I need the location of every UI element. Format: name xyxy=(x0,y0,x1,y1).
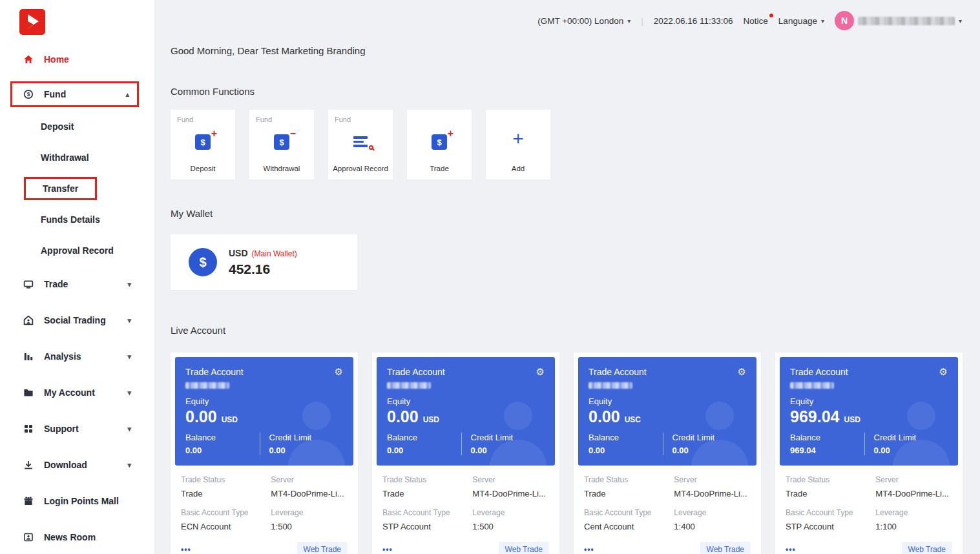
shortcut-label: Deposit xyxy=(191,165,216,172)
sidebar-item-transfer[interactable]: Transfer xyxy=(0,177,154,200)
sidebar-item-support[interactable]: Support ▾ xyxy=(0,415,139,443)
sidebar-item-approval-record[interactable]: Approval Record xyxy=(0,239,154,262)
sidebar-item-funds-details[interactable]: Funds Details xyxy=(0,208,154,231)
dollar-glyph: $ xyxy=(279,138,284,147)
trade-status-value: Trade xyxy=(786,489,875,498)
more-actions-button[interactable]: ••• xyxy=(382,545,393,554)
sidebar-item-label: My Account xyxy=(44,387,95,398)
shortcut-label: Approval Record xyxy=(333,165,388,172)
chevron-down-icon: ▾ xyxy=(627,17,631,25)
shortcut-card-deposit[interactable]: Fund $ + Deposit xyxy=(171,110,235,180)
user-menu[interactable]: N ▾ xyxy=(835,11,962,30)
account-type-label: Basic Account Type xyxy=(382,508,472,517)
account-type-label: Basic Account Type xyxy=(584,508,674,517)
avatar-initial: N xyxy=(841,15,848,26)
equity-currency: USD xyxy=(844,415,860,424)
balance-value: 0.00 xyxy=(185,446,260,455)
chevron-down-icon: ▾ xyxy=(127,461,131,469)
dollar-circle-icon: $ xyxy=(189,248,217,276)
gear-icon[interactable]: ⚙ xyxy=(335,366,343,378)
more-actions-button[interactable]: ••• xyxy=(181,545,191,554)
account-type-value: STP Account xyxy=(382,522,472,531)
sidebar-item-analysis[interactable]: Analysis ▾ xyxy=(0,342,139,371)
leverage-label: Leverage xyxy=(674,508,751,517)
sidebar-item-download[interactable]: Download ▾ xyxy=(0,451,139,479)
sidebar-item-deposit[interactable]: Deposit xyxy=(0,115,154,138)
server-label: Server xyxy=(271,475,348,484)
live-account-card-3: Trade Account ⚙ Equity 0.00 USC Balance … xyxy=(574,353,761,554)
dollar-glyph: $ xyxy=(437,138,441,147)
greeting-text: Good Morning, Dear Test Marketing Brandi… xyxy=(171,45,980,56)
account-card-title: Trade Account xyxy=(185,367,244,377)
more-actions-button[interactable]: ••• xyxy=(786,545,796,554)
sidebar-item-social-trading[interactable]: Social Trading ▾ xyxy=(0,306,139,334)
sidebar-item-news-room[interactable]: News Room xyxy=(0,523,139,551)
account-card-header: Trade Account ⚙ Equity 969.04 USD Balanc… xyxy=(780,357,958,466)
common-functions-row: Fund $ + Deposit Fund $ − Withdrawal Fun… xyxy=(171,110,980,180)
gear-icon[interactable]: ⚙ xyxy=(738,366,746,378)
plus-badge-icon: + xyxy=(448,128,454,139)
trade-status-value: Trade xyxy=(382,489,472,498)
shortcut-label: Trade xyxy=(430,165,449,172)
notice-button[interactable]: Notice xyxy=(744,16,768,26)
chevron-up-icon: ▴ xyxy=(125,90,129,99)
equity-value: 969.04 xyxy=(790,407,839,426)
web-trade-button[interactable]: Web Trade xyxy=(297,542,348,554)
support-icon xyxy=(23,424,34,435)
sidebar-item-fund[interactable]: $ Fund ▴ xyxy=(10,81,139,107)
equity-value: 0.00 xyxy=(387,407,419,426)
wallet-card[interactable]: $ USD (Main Wallet) 452.16 xyxy=(171,234,357,290)
transfer-highlight-frame: Transfer xyxy=(24,177,97,200)
account-number-redacted xyxy=(387,382,431,389)
chevron-down-icon: ▾ xyxy=(127,425,131,433)
balance-value: 0.00 xyxy=(387,446,461,455)
approval-record-icon xyxy=(353,134,368,147)
brand-logo-icon xyxy=(19,9,45,35)
sidebar-item-home[interactable]: Home xyxy=(0,45,139,74)
main-content: (GMT +00:00) London ▾ | 2022.06.16 11:33… xyxy=(155,0,980,554)
sidebar-item-label: Social Trading xyxy=(44,315,106,325)
credit-limit-label: Credit Limit xyxy=(874,433,948,442)
chevron-down-icon: ▾ xyxy=(127,389,131,397)
account-number-redacted xyxy=(185,382,229,389)
server-value: MT4-DooPrime-Li... xyxy=(271,489,348,498)
gear-icon[interactable]: ⚙ xyxy=(536,366,545,378)
gear-icon[interactable]: ⚙ xyxy=(939,366,948,378)
brand-logo[interactable] xyxy=(0,0,154,37)
sidebar-nav: Home $ Fund ▴ Deposit Withdrawal Transfe… xyxy=(0,45,154,551)
chevron-down-icon: ▾ xyxy=(959,17,962,25)
credit-limit-value: 0.00 xyxy=(672,446,747,455)
chevron-down-icon: ▾ xyxy=(127,316,131,325)
sidebar-item-my-account[interactable]: My Account ▾ xyxy=(0,378,139,407)
language-selector[interactable]: Language ▾ xyxy=(778,16,824,26)
wallet-info: USD (Main Wallet) 452.16 xyxy=(229,248,297,277)
shortcut-card-trade[interactable]: $ + Trade xyxy=(407,110,472,180)
sidebar-item-label: Home xyxy=(44,54,69,65)
sidebar: Home $ Fund ▴ Deposit Withdrawal Transfe… xyxy=(0,0,155,554)
trade-status-label: Trade Status xyxy=(786,475,875,484)
web-trade-button[interactable]: Web Trade xyxy=(499,542,549,554)
sidebar-item-label: Fund xyxy=(44,89,66,99)
shortcut-card-withdrawal[interactable]: Fund $ − Withdrawal xyxy=(249,110,314,180)
more-actions-button[interactable]: ••• xyxy=(584,545,594,554)
balance-label: Balance xyxy=(387,433,461,442)
notice-badge-dot xyxy=(769,14,773,17)
balance-label: Balance xyxy=(790,433,864,442)
sidebar-item-withdrawal[interactable]: Withdrawal xyxy=(0,146,154,169)
server-label: Server xyxy=(875,475,952,484)
shortcut-card-approval-record[interactable]: Fund Approval Record xyxy=(328,110,393,180)
wallet-currency: USD xyxy=(229,248,248,258)
dollar-glyph: $ xyxy=(200,138,205,147)
shortcut-card-add[interactable]: + Add xyxy=(486,110,550,180)
timezone-selector[interactable]: (GMT +00:00) London ▾ xyxy=(537,16,631,26)
trade-status-label: Trade Status xyxy=(181,475,271,484)
account-number-redacted xyxy=(589,382,632,389)
sidebar-item-trade[interactable]: Trade ▾ xyxy=(0,270,139,298)
account-card-title: Trade Account xyxy=(589,367,647,377)
server-value: MT4-DooPrime-Li... xyxy=(472,489,549,498)
web-trade-button[interactable]: Web Trade xyxy=(700,542,751,554)
sidebar-item-label: Trade xyxy=(44,279,68,289)
sidebar-item-login-points-mall[interactable]: Login Points Mall xyxy=(0,487,139,515)
web-trade-button[interactable]: Web Trade xyxy=(902,542,952,554)
add-icon: + xyxy=(512,129,524,149)
